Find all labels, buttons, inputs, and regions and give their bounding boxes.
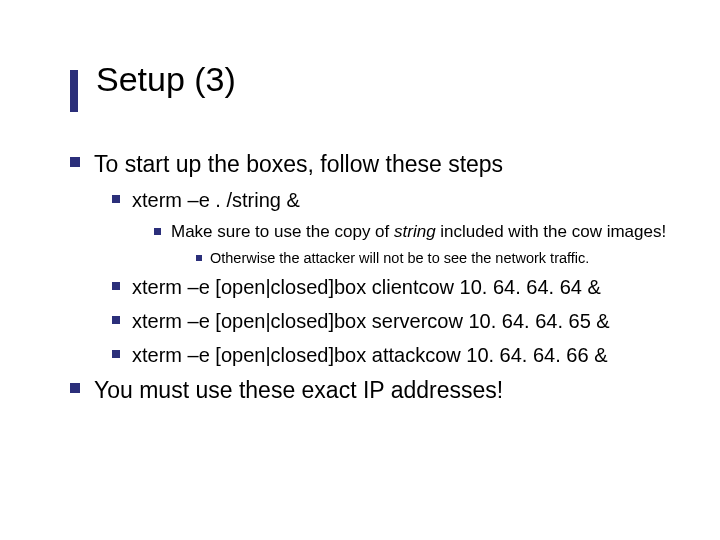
text-run: Make sure to use the copy of (171, 222, 394, 241)
square-bullet-icon (70, 157, 80, 167)
bullet-level2: xterm –e . /string & (112, 187, 680, 213)
square-bullet-icon (112, 350, 120, 358)
bullet-text: Make sure to use the copy of string incl… (171, 221, 666, 243)
text-run-italic: string (394, 222, 436, 241)
title-block: Setup (3) (70, 60, 236, 99)
bullet-text: You must use these exact IP addresses! (94, 376, 503, 405)
bullet-text: To start up the boxes, follow these step… (94, 150, 503, 179)
square-bullet-icon (112, 195, 120, 203)
bullet-level1: To start up the boxes, follow these step… (70, 150, 680, 179)
slide: Setup (3) To start up the boxes, follow … (0, 0, 720, 540)
bullet-level2: xterm –e [open|closed]box attackcow 10. … (112, 342, 680, 368)
bullet-level2: xterm –e [open|closed]box clientcow 10. … (112, 274, 680, 300)
slide-title: Setup (3) (96, 60, 236, 99)
square-bullet-icon (112, 316, 120, 324)
square-bullet-icon (154, 228, 161, 235)
bullet-level4: Otherwise the attacker will not be to se… (196, 249, 680, 268)
slide-body: To start up the boxes, follow these step… (70, 150, 680, 412)
square-bullet-icon (70, 383, 80, 393)
bullet-text: Otherwise the attacker will not be to se… (210, 249, 589, 268)
text-run: included with the cow images! (436, 222, 667, 241)
bullet-text: xterm –e . /string & (132, 187, 300, 213)
bullet-text: xterm –e [open|closed]box clientcow 10. … (132, 274, 601, 300)
square-bullet-icon (196, 255, 202, 261)
bullet-level1: You must use these exact IP addresses! (70, 376, 680, 405)
bullet-level3: Make sure to use the copy of string incl… (154, 221, 680, 243)
bullet-text: xterm –e [open|closed]box attackcow 10. … (132, 342, 607, 368)
square-bullet-icon (112, 282, 120, 290)
bullet-text: xterm –e [open|closed]box servercow 10. … (132, 308, 610, 334)
title-accent-bar (70, 70, 78, 112)
bullet-level2: xterm –e [open|closed]box servercow 10. … (112, 308, 680, 334)
